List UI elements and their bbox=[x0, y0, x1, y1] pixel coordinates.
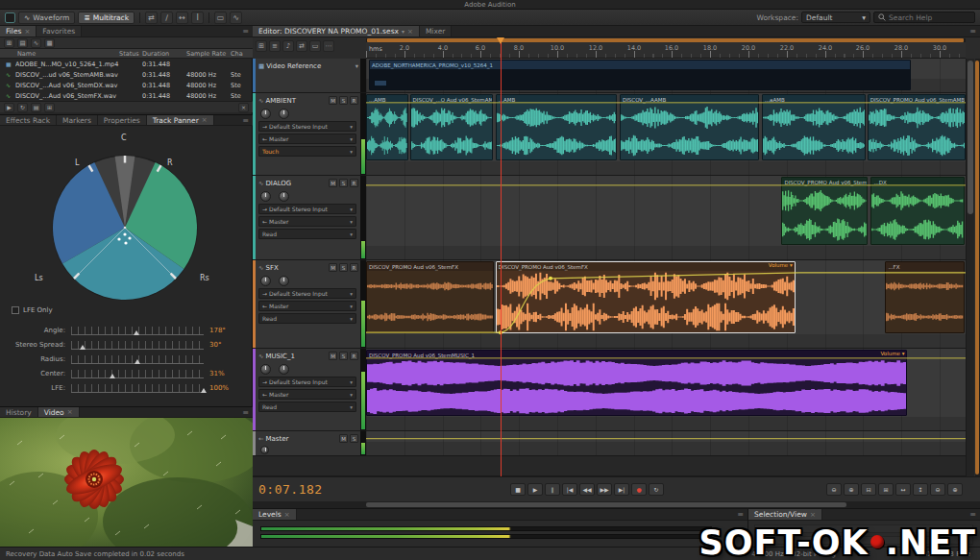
delete-file-icon[interactable]: × bbox=[238, 103, 249, 112]
track-header-ambient[interactable]: ∿ AMBIENT M S R → Default Stereo Input ▾… bbox=[253, 93, 360, 176]
tab-selection-view[interactable]: Selection/View × bbox=[748, 509, 822, 520]
vertical-zoom-navigator[interactable] bbox=[975, 59, 980, 476]
input-select[interactable]: → Default Stereo Input ▾ bbox=[258, 121, 356, 132]
audio-clip[interactable]: ...FX bbox=[885, 261, 964, 333]
close-icon[interactable]: × bbox=[810, 511, 816, 519]
tab-properties[interactable]: Properties bbox=[98, 115, 147, 125]
column-name[interactable]: Name bbox=[17, 50, 36, 58]
track-header-sfx[interactable]: ∿ SFX M S R → Default Stereo Input ▾ ← M… bbox=[253, 260, 360, 349]
panel-menu-icon[interactable]: ≡ bbox=[238, 116, 253, 125]
panel-menu-icon[interactable]: ≡ bbox=[238, 408, 253, 417]
track-name[interactable]: SFX bbox=[265, 264, 327, 272]
playhead[interactable] bbox=[501, 38, 502, 476]
file-row[interactable]: ∿ DISCOV_...Aud v06_StemFX.wav 0:31.448 … bbox=[0, 90, 253, 101]
solo-button[interactable]: S bbox=[339, 179, 348, 187]
zoom-navigator-thumb[interactable] bbox=[975, 61, 979, 475]
solo-button[interactable]: S bbox=[339, 263, 348, 272]
solo-button[interactable]: S bbox=[339, 352, 348, 360]
automation-mode-select[interactable]: Read ▾ bbox=[258, 402, 356, 412]
mute-button[interactable]: M bbox=[329, 179, 337, 187]
output-select[interactable]: ← Master ▾ bbox=[258, 301, 356, 311]
track-name[interactable]: Master bbox=[265, 435, 337, 443]
marquee-tool-button[interactable]: ▭ bbox=[214, 12, 227, 24]
tab-effects-rack[interactable]: Effects Rack bbox=[0, 115, 57, 125]
track-name[interactable]: DIALOG bbox=[265, 180, 327, 187]
pause-button[interactable]: ∥ bbox=[545, 483, 560, 496]
mute-button[interactable]: M bbox=[339, 434, 348, 443]
vertical-scrollbar[interactable] bbox=[966, 59, 974, 476]
go-to-next-button[interactable]: ▶| bbox=[614, 483, 629, 496]
input-select[interactable]: → Default Stereo Input ▾ bbox=[258, 377, 356, 387]
list-view-icon[interactable]: ▤ bbox=[31, 103, 41, 112]
pan-knob[interactable] bbox=[279, 276, 289, 286]
tab-markers[interactable]: Markers bbox=[57, 115, 98, 125]
input-select[interactable]: → Default Stereo Input ▾ bbox=[258, 288, 356, 299]
panel-menu-icon[interactable]: ≡ bbox=[238, 27, 253, 36]
close-icon[interactable]: × bbox=[202, 116, 208, 124]
chevron-down-icon[interactable]: ▾ bbox=[402, 28, 404, 35]
track-lane-dialog[interactable]: DISCOV_PROMO Aud v06_StemDX ...DX bbox=[366, 176, 966, 260]
volume-envelope-badge[interactable]: Volume ▾ bbox=[769, 262, 793, 268]
multitrack-view-button[interactable]: ≣ Multitrack bbox=[78, 12, 135, 24]
output-select[interactable]: ← Master ▾ bbox=[258, 216, 356, 227]
audio-clip-selected[interactable]: DISCOV_PROMO Aud v06_StemFX Volume ▾ bbox=[496, 261, 796, 333]
slider-thumb[interactable] bbox=[134, 330, 139, 335]
file-row[interactable]: ∿ DISCOV_...ud v06_StemAMB.wav 0:31.448 … bbox=[0, 69, 253, 80]
video-clip[interactable]: ADOBE_NORTHAMERICA_PROMO_v10_5264_1 bbox=[369, 60, 911, 90]
panel-menu-icon[interactable]: ≡ bbox=[966, 510, 980, 519]
grid-view-icon[interactable]: ⊞ bbox=[44, 103, 55, 112]
volume-envelope-badge[interactable]: Volume ▾ bbox=[880, 351, 904, 356]
column-channels[interactable]: Cha bbox=[231, 50, 243, 58]
center-slider[interactable] bbox=[71, 370, 204, 378]
track-lane-sfx[interactable]: DISCOV_PROMO Aud v06_StemFX DISCOV_PROMO… bbox=[366, 260, 966, 349]
zoom-in-vertical-button[interactable]: ⊞ bbox=[878, 483, 894, 496]
fast-forward-button[interactable]: ▶▶ bbox=[597, 483, 612, 496]
surround-panner[interactable] bbox=[43, 146, 207, 309]
column-duration[interactable]: Duration bbox=[142, 50, 169, 58]
play-button[interactable]: ▶ bbox=[527, 483, 543, 496]
zoom-reset-out-button[interactable]: ⊖ bbox=[930, 483, 945, 496]
record-arm-button[interactable]: R bbox=[350, 352, 358, 360]
volume-knob[interactable] bbox=[260, 191, 271, 202]
snap-icon[interactable]: ≡ bbox=[269, 40, 281, 52]
master-volume-knob[interactable] bbox=[260, 446, 269, 454]
audio-clip[interactable]: ...aAMB bbox=[762, 94, 867, 160]
pan-knob[interactable] bbox=[279, 364, 289, 375]
ruler-unit-label[interactable]: hms bbox=[369, 45, 382, 53]
volume-knob[interactable] bbox=[260, 364, 271, 375]
track-header-master[interactable]: ← Master M S bbox=[253, 431, 360, 456]
pan-knob[interactable] bbox=[279, 191, 289, 202]
audio-clip[interactable]: DISCOV_PROMO Aud v06_StemDX bbox=[781, 177, 868, 245]
track-lane-video-reference[interactable]: ADOBE_NORTHAMERICA_PROMO_v10_5264_1 bbox=[366, 59, 966, 93]
output-select[interactable]: ← Master ▾ bbox=[258, 389, 356, 400]
search-input[interactable] bbox=[889, 13, 970, 22]
slider-thumb[interactable] bbox=[80, 345, 86, 350]
zoom-to-selection-button[interactable]: ↔ bbox=[895, 483, 911, 496]
output-select[interactable]: ← Master ▾ bbox=[258, 134, 356, 144]
chevron-down-icon[interactable]: ▾ bbox=[355, 62, 358, 70]
rewind-button[interactable]: ◀◀ bbox=[579, 483, 595, 496]
automation-mode-select[interactable]: Touch ▾ bbox=[258, 146, 356, 157]
record-arm-button[interactable]: R bbox=[350, 263, 358, 272]
radius-slider[interactable] bbox=[71, 355, 204, 364]
open-file-button[interactable]: ▤ bbox=[17, 38, 28, 48]
more-options-icon[interactable]: ⋯ bbox=[323, 40, 334, 52]
lfe-slider[interactable] bbox=[71, 384, 204, 393]
track-name[interactable]: Video Reference bbox=[266, 62, 354, 70]
waveform-view-button[interactable]: ∿ Waveform bbox=[18, 12, 75, 24]
audio-clip[interactable]: DISCOV_PROMO Aud v06_StemFX bbox=[366, 261, 494, 333]
move-tool-button[interactable]: ⇄ bbox=[145, 12, 158, 24]
slip-icon[interactable]: ⇄ bbox=[296, 40, 307, 52]
playhead-handle[interactable] bbox=[497, 37, 504, 44]
scrollbar-thumb[interactable] bbox=[968, 61, 973, 214]
scrollbar-thumb[interactable] bbox=[366, 502, 846, 507]
timeline-ruler[interactable]: hms 2.0 4.0 6.0 8.0 10.0 12.0 14.0 16.0 … bbox=[366, 42, 966, 59]
tab-mixer[interactable]: Mixer bbox=[420, 26, 452, 37]
angle-slider[interactable] bbox=[71, 327, 204, 335]
zoom-out-horizontal-button[interactable]: ⊖ bbox=[826, 483, 842, 496]
solo-button[interactable]: S bbox=[339, 96, 348, 105]
loop-button[interactable]: ↻ bbox=[649, 483, 664, 496]
horizontal-scrollbar[interactable] bbox=[253, 501, 980, 508]
zoom-full-button[interactable]: ↕ bbox=[913, 483, 928, 496]
audio-clip[interactable]: ...AMB bbox=[366, 94, 408, 160]
